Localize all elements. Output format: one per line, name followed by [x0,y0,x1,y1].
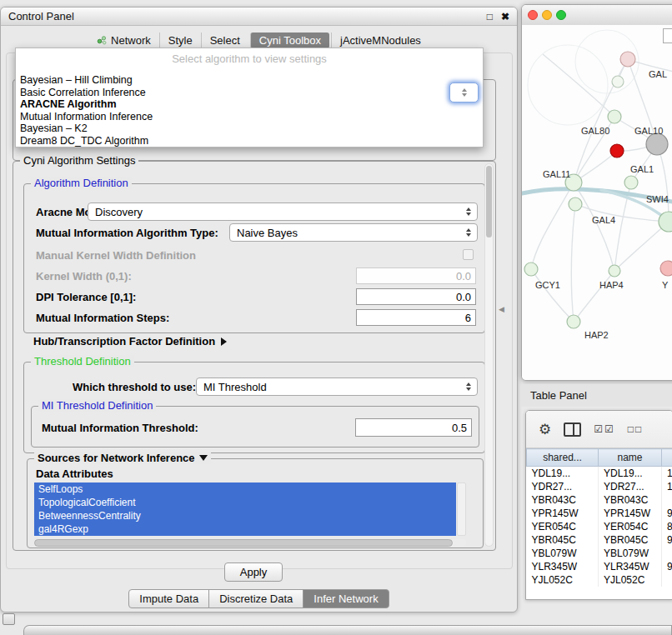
deselect-all-checkboxes-icon[interactable]: □□ [628,424,644,434]
table-row[interactable]: YJL052CYJL052C [527,573,672,587]
table-cell[interactable]: 12 [662,480,672,493]
mi-algorithm-type-combobox[interactable]: Naive Bayes [229,223,478,242]
gear-icon[interactable]: ⚙ [539,422,551,437]
cyni-algorithm-settings-title: Cyni Algorithm Settings [20,154,138,167]
table-cell[interactable]: 9. [662,560,672,573]
network-node[interactable] [524,262,538,276]
list-vertical-scrollbar[interactable] [457,482,466,536]
which-threshold-combobox[interactable]: MI Threshold [196,378,478,396]
column-header-name[interactable]: name [599,449,662,467]
bottom-tab-impute-data[interactable]: Impute Data [128,589,209,608]
table-cell[interactable]: YDR27... [599,480,662,493]
table-cell[interactable]: YJL052C [527,573,599,587]
sources-group-title: Sources for Network Inference [38,452,195,464]
algorithm-combobox-stepper[interactable] [449,82,479,102]
table-cell[interactable]: YLR345W [527,560,599,573]
network-node[interactable] [609,265,620,277]
table-row[interactable]: YLR345WYLR345W9. [527,560,672,573]
data-attribute-item[interactable]: SelfLoops [34,482,456,496]
table-cell[interactable] [662,573,672,587]
table-cell[interactable]: YPR145W [599,507,662,520]
settings-vertical-scrollbar[interactable] [484,163,494,547]
table-cell[interactable]: YDL19... [527,467,599,481]
dpi-tolerance-field[interactable] [356,288,476,305]
table-cell[interactable]: YJL052C [599,573,662,587]
list-horizontal-scrollbar[interactable] [34,539,466,547]
control-panel-titlebar[interactable]: Control Panel □ ✖ [1,8,517,26]
table-cell[interactable]: YLR345W [599,560,662,573]
network-node[interactable] [646,133,668,155]
table-cell[interactable]: 9. [662,507,672,520]
table-row[interactable]: YBR045CYBR045C9. [527,533,672,547]
table-cell[interactable] [662,493,672,507]
table-row[interactable]: YPR145WYPR145W9. [527,507,672,520]
table-row[interactable]: YDR27...YDR27...12 [527,480,672,493]
column-header-shared-name[interactable]: shared... [527,449,599,467]
network-node[interactable] [660,261,672,276]
panel-dock-icon[interactable] [3,613,15,625]
table-row[interactable]: YDL19...YDL19...13 [527,467,672,481]
algorithm-option[interactable]: ARACNE Algorithm [16,98,483,111]
table-cell[interactable]: YDR27... [527,480,599,493]
table-cell[interactable]: YDL19... [599,467,662,481]
network-canvas[interactable]: GALGAL80GAL10GAL11GAL1SWI4GAL4GCY1HAP4YH… [522,25,672,380]
table-row[interactable]: YBR043CYBR043C [527,493,672,507]
table-cell[interactable]: YBR043C [527,493,599,507]
data-attribute-item[interactable]: BetweennessCentrality [34,509,456,522]
select-all-checkboxes-icon[interactable]: ☑☑ [594,424,615,434]
close-traffic-light[interactable] [528,10,538,20]
mi-threshold-field[interactable] [355,418,472,437]
network-node[interactable] [620,52,635,67]
hub-transcription-factor-toggle[interactable]: Hub/Transcription Factor Definition [33,335,227,348]
table-cell[interactable]: YBL079W [599,547,662,560]
zoom-traffic-light[interactable] [556,10,566,20]
table-cell[interactable]: YBR045C [527,533,599,547]
sources-group-toggle[interactable]: Sources for Network Inference [34,452,211,464]
table-cell[interactable]: 13 [662,467,672,481]
scrollbar-thumb[interactable] [34,539,453,547]
data-attributes-list[interactable]: SelfLoopsTopologicalCoefficientBetweenne… [34,482,456,536]
algorithm-option[interactable]: Dream8 DC_TDC Algorithm [16,135,483,148]
columns-icon[interactable] [564,422,581,437]
tab-jactivemnodules[interactable]: jActiveMNodules [331,32,429,48]
apply-button[interactable]: Apply [224,562,283,582]
network-node[interactable] [610,144,624,158]
tab-network[interactable]: Network [88,32,159,48]
algorithm-option[interactable]: Basic Correlation Inference [16,87,483,99]
algorithm-option[interactable]: Mutual Information Inference [16,111,483,123]
minimize-traffic-light[interactable] [542,10,552,20]
tab-cyni-toolbox[interactable]: Cyni Toolbox [250,32,329,48]
float-window-icon[interactable]: □ [487,12,493,22]
algorithm-option[interactable]: Bayesian – Hill Climbing [16,74,483,87]
bottom-tab-infer-network[interactable]: Infer Network [303,589,389,608]
algorithm-option[interactable]: Bayesian – K2 [16,122,483,135]
table-cell[interactable]: YER054C [527,520,599,533]
network-node[interactable] [612,76,624,88]
mi-steps-field[interactable] [356,309,476,326]
data-attribute-item[interactable]: gal4RGexp [34,522,456,536]
close-window-icon[interactable]: ✖ [501,12,509,22]
network-node[interactable] [567,315,580,328]
table-cell[interactable]: YBL079W [527,547,599,560]
data-attribute-item[interactable]: TopologicalCoefficient [34,496,456,509]
table-cell[interactable]: 9. [662,533,672,547]
network-node[interactable] [608,110,621,123]
bottom-tab-discretize-data[interactable]: Discretize Data [208,589,303,608]
aracne-mode-combobox[interactable]: Discovery [88,202,478,221]
network-node[interactable] [624,176,638,189]
network-node[interactable] [569,198,582,211]
tab-select[interactable]: Select [201,32,248,48]
network-window-titlebar[interactable] [522,5,672,26]
table-row[interactable]: YBL079WYBL079W [527,547,672,560]
table-cell[interactable]: YBR043C [599,493,662,507]
table-cell[interactable]: YBR045C [599,533,662,547]
splitter-collapse-icon[interactable]: ◀ [499,305,504,313]
table-row[interactable]: YER054CYER054C8. [527,520,672,533]
table-cell[interactable]: YPR145W [527,507,599,520]
table-cell[interactable] [662,547,672,560]
table-cell[interactable]: YER054C [599,520,662,533]
scrollbar-thumb[interactable] [486,166,492,238]
tab-style[interactable]: Style [159,32,201,48]
table-cell[interactable]: 8. [662,520,672,533]
column-header-partial[interactable] [662,449,672,467]
